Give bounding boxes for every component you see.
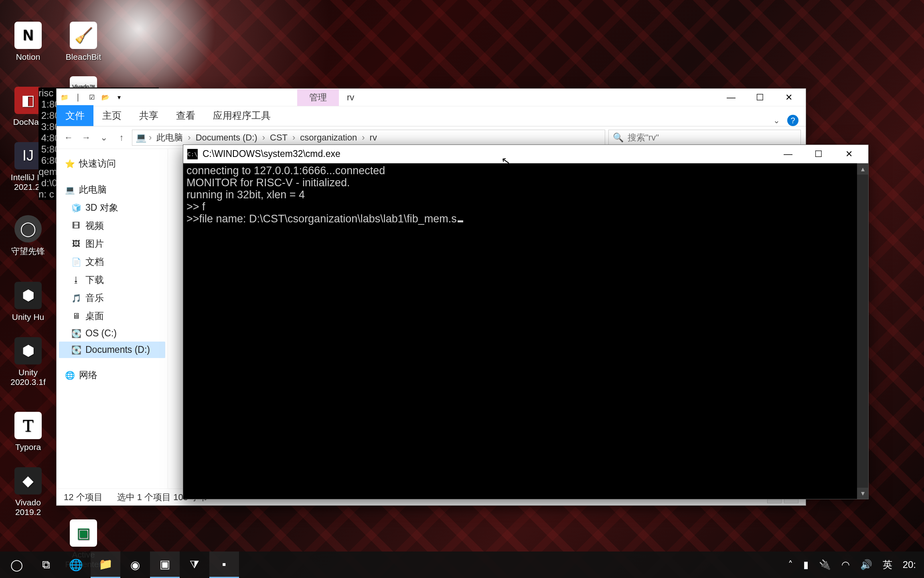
close-button[interactable]: ✕ bbox=[834, 145, 864, 163]
start-button[interactable]: ◯ bbox=[2, 552, 31, 578]
manage-context-tab[interactable]: 管理 bbox=[297, 89, 339, 106]
tray-volume-icon[interactable]: 🔊 bbox=[860, 559, 872, 570]
taskbar[interactable]: ◯ ⧉ 🌐 📁 ◉ ▣ ⧩ ▪ ˄ ▮ 🔌 ◠ 🔊 英 20: bbox=[0, 552, 924, 578]
video-icon: 🎞 bbox=[71, 221, 81, 231]
nav-pictures[interactable]: 🖼图片 bbox=[59, 235, 165, 253]
cmd-window[interactable]: C:\ C:\WINDOWS\system32\cmd.exe — ☐ ✕ co… bbox=[183, 144, 869, 499]
ribbon-collapse-icon[interactable]: ⌄ bbox=[773, 116, 780, 125]
nav-label: 下载 bbox=[85, 274, 104, 286]
tray-wifi-icon[interactable]: ◠ bbox=[841, 559, 850, 570]
taskbar-chrome[interactable]: ◉ bbox=[120, 552, 150, 578]
task-view-button[interactable]: ⧉ bbox=[31, 552, 61, 578]
terminal-area[interactable]: connecting to 127.0.0.1:6666...connected… bbox=[183, 163, 868, 499]
vivado-icon: ◆ bbox=[14, 467, 42, 495]
tray-clock[interactable]: 20: bbox=[903, 559, 916, 570]
nav-drive-d[interactable]: 💽Documents (D:) bbox=[59, 342, 165, 358]
ribbon-tab-apptools[interactable]: 应用程序工具 bbox=[204, 105, 280, 126]
nav-up-button[interactable]: ↑ bbox=[114, 130, 129, 145]
picture-icon: 🖼 bbox=[71, 239, 81, 249]
help-icon[interactable]: ? bbox=[787, 115, 798, 126]
nav-documents[interactable]: 📄文档 bbox=[59, 253, 165, 271]
maximize-button[interactable]: ☐ bbox=[746, 89, 774, 106]
taskbar-terminal[interactable]: ▣ bbox=[150, 552, 180, 578]
cmd-titlebar[interactable]: C:\ C:\WINDOWS\system32\cmd.exe — ☐ ✕ bbox=[183, 145, 868, 163]
nav-desktop[interactable]: 🖥桌面 bbox=[59, 307, 165, 325]
ribbon-tab-view[interactable]: 查看 bbox=[167, 105, 204, 126]
docnav-icon: ◧ bbox=[14, 87, 42, 114]
nav-drive-c[interactable]: 💽OS (C:) bbox=[59, 325, 165, 342]
nav-forward-button[interactable]: → bbox=[79, 130, 93, 145]
breadcrumb[interactable]: Documents (D:) bbox=[193, 132, 260, 143]
intellij-icon: IJ bbox=[14, 142, 42, 169]
breadcrumb[interactable]: 此电脑 bbox=[154, 132, 185, 144]
ribbon-tab-file[interactable]: 文件 bbox=[57, 105, 93, 126]
pc-icon: 💻 bbox=[136, 132, 146, 143]
scrollbar[interactable]: ▴ ▾ bbox=[857, 163, 868, 499]
nav-label: Documents (D:) bbox=[85, 344, 150, 355]
chevron-right-icon[interactable]: › bbox=[262, 132, 265, 143]
nav-history-dropdown[interactable]: ⌄ bbox=[97, 130, 111, 145]
taskbar-vscode[interactable]: ⧩ bbox=[180, 552, 209, 578]
maximize-button[interactable]: ☐ bbox=[803, 145, 834, 163]
nav-label: 此电脑 bbox=[79, 183, 107, 196]
nav-music[interactable]: 🎵音乐 bbox=[59, 289, 165, 307]
minimize-button[interactable]: — bbox=[717, 89, 746, 106]
nav-network[interactable]: 🌐网络 bbox=[59, 366, 165, 384]
nav-downloads[interactable]: ⭳下载 bbox=[59, 271, 165, 289]
chevron-right-icon[interactable]: › bbox=[362, 132, 365, 143]
desktop-icon-overwatch[interactable]: ◯守望先锋 bbox=[4, 199, 52, 259]
chevron-right-icon[interactable]: › bbox=[188, 132, 190, 143]
breadcrumb[interactable]: rv bbox=[367, 132, 379, 143]
terminal-output: connecting to 127.0.0.1:6666...connected… bbox=[186, 165, 865, 225]
nav-label: 视频 bbox=[85, 220, 104, 232]
nav-label: 音乐 bbox=[85, 292, 104, 304]
icon-label: Notion bbox=[16, 52, 41, 62]
properties-icon[interactable]: ☑ bbox=[86, 92, 97, 103]
ribbon-tab-home[interactable]: 主页 bbox=[93, 105, 130, 126]
navigation-pane[interactable]: ⭐快速访问 💻此电脑 🧊3D 对象 🎞视频 🖼图片 📄文档 ⭳下载 🎵音乐 🖥桌… bbox=[57, 149, 168, 488]
icon-label: 守望先锋 bbox=[11, 246, 45, 257]
desktop-icon-typora[interactable]: TTypora bbox=[4, 394, 52, 454]
search-box[interactable]: 🔍 搜索"rv" bbox=[608, 130, 801, 146]
taskbar-cmd[interactable]: ▪ bbox=[209, 552, 239, 578]
chevron-right-icon[interactable]: › bbox=[292, 132, 295, 143]
desktop-icon-vivado[interactable]: ◆Vivado 2019.2 bbox=[4, 459, 52, 519]
system-tray: ˄ ▮ 🔌 ◠ 🔊 英 20: bbox=[788, 558, 922, 571]
address-bar[interactable]: 💻 › 此电脑 › Documents (D:) › CST › csorgan… bbox=[132, 130, 605, 146]
nav-quick-access[interactable]: ⭐快速访问 bbox=[59, 155, 165, 173]
nav-label: 网络 bbox=[79, 369, 97, 381]
close-button[interactable]: ✕ bbox=[774, 89, 803, 106]
desktop-icon-unityhub[interactable]: ⬢Unity Hu bbox=[4, 264, 52, 324]
activepresenter-icon: ▣ bbox=[70, 519, 97, 547]
taskbar-edge[interactable]: 🌐 bbox=[61, 552, 91, 578]
unity-icon: ⬢ bbox=[14, 337, 42, 364]
qat-sep: │ bbox=[73, 92, 84, 103]
disk-icon: 💽 bbox=[71, 328, 81, 339]
ribbon-tabs: 文件 主页 共享 查看 应用程序工具 ⌄ ? bbox=[57, 106, 806, 126]
pc-icon: 💻 bbox=[65, 185, 75, 195]
explorer-titlebar[interactable]: 📁 │ ☑ 📂 ▾ 管理 rv — ☐ ✕ bbox=[57, 89, 806, 106]
tray-ime-indicator[interactable]: 英 bbox=[883, 558, 892, 571]
cmd-title-text: C:\WINDOWS\system32\cmd.exe bbox=[203, 149, 340, 159]
desktop-icon-unity2020[interactable]: ⬢Unity 2020.3.1f bbox=[4, 329, 52, 389]
quick-access-toolbar: 📁 │ ☑ 📂 ▾ bbox=[59, 92, 125, 103]
nav-this-pc[interactable]: 💻此电脑 bbox=[59, 181, 165, 199]
nav-back-button[interactable]: ← bbox=[61, 130, 76, 145]
breadcrumb[interactable]: CST bbox=[267, 132, 290, 143]
minimize-button[interactable]: — bbox=[773, 145, 803, 163]
scroll-down-icon[interactable]: ▾ bbox=[857, 488, 868, 499]
breadcrumb[interactable]: csorganization bbox=[298, 132, 359, 143]
chevron-right-icon[interactable]: › bbox=[149, 132, 152, 143]
tray-power-icon[interactable]: 🔌 bbox=[819, 559, 831, 570]
notion-icon: N bbox=[14, 22, 42, 49]
nav-3d-objects[interactable]: 🧊3D 对象 bbox=[59, 199, 165, 217]
taskbar-explorer[interactable]: 📁 bbox=[91, 552, 120, 578]
desktop-icon-notion[interactable]: NNotion bbox=[4, 4, 52, 64]
nav-videos[interactable]: 🎞视频 bbox=[59, 217, 165, 235]
tray-battery-icon[interactable]: ▮ bbox=[803, 559, 808, 570]
qat-dropdown-icon[interactable]: ▾ bbox=[113, 92, 125, 103]
scroll-up-icon[interactable]: ▴ bbox=[857, 163, 868, 175]
tray-overflow-icon[interactable]: ˄ bbox=[788, 559, 793, 570]
ribbon-tab-share[interactable]: 共享 bbox=[130, 105, 167, 126]
desktop-icon-bleachbit[interactable]: 🧹BleachBit bbox=[59, 4, 107, 64]
